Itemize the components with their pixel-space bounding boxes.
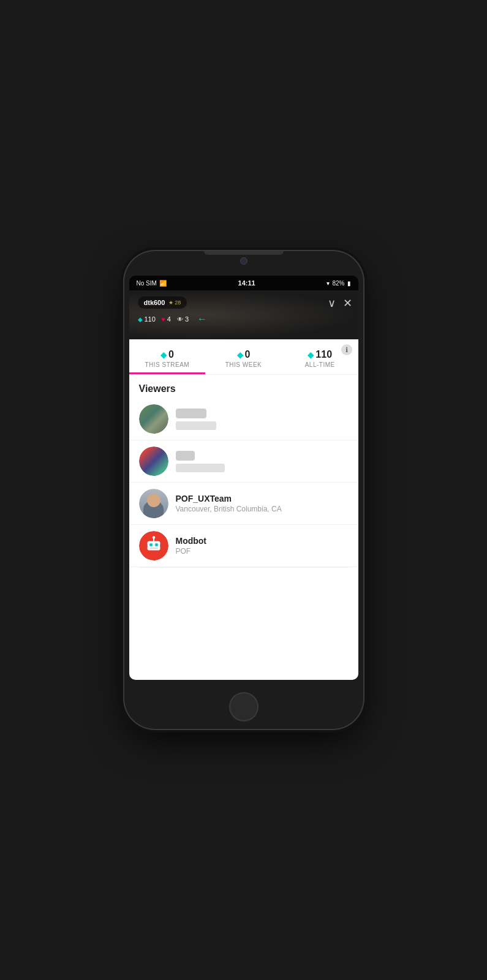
viewer-name: Modbot [176, 536, 349, 546]
viewer-name-blurred [176, 409, 207, 418]
avatar-colorful-img [139, 447, 168, 476]
avatar [139, 531, 168, 560]
heart-icon: ♥ [162, 316, 165, 323]
viewer-name-blurred [176, 451, 195, 461]
phone-frame: No SIM 📶 14:11 ▾ 82% ▮ dtk600 ★ 28 ◆ [124, 251, 363, 729]
close-button[interactable]: ✕ [343, 296, 352, 310]
diamond-count: 110 [145, 315, 156, 323]
modbot-robot-icon [143, 535, 165, 557]
tab-this-week[interactable]: ◆ 0 THIS WEEK [205, 344, 282, 374]
svg-point-7 [152, 536, 155, 539]
list-item[interactable]: POF_UXTeam Vancouver, British Columbia, … [129, 483, 358, 525]
viewer-info: Modbot POF [176, 536, 349, 556]
svg-rect-5 [149, 548, 158, 549]
avatar [139, 404, 168, 434]
viewer-info [176, 408, 349, 431]
eye-icon: 👁 [177, 316, 183, 323]
svg-point-3 [150, 544, 152, 546]
diamond-stat: ◆ 110 [138, 315, 156, 323]
star-count-label: 28 [175, 300, 181, 306]
tab-this-stream[interactable]: ◆ 0 THIS STREAM [129, 344, 206, 374]
phone-screen: No SIM 📶 14:11 ▾ 82% ▮ dtk600 ★ 28 ◆ [129, 276, 358, 680]
stats-tabs: ◆ 0 THIS STREAM ◆ 0 THIS WEEK ◆ 110 [129, 339, 358, 375]
battery-icon: ▮ [347, 280, 351, 287]
info-button[interactable]: ℹ [341, 344, 352, 355]
avatar [139, 489, 168, 518]
svg-point-4 [156, 544, 157, 546]
view-count: 3 [185, 315, 189, 323]
heart-count: 4 [167, 315, 171, 323]
battery-label: 82% [332, 280, 344, 287]
svg-rect-8 [145, 544, 147, 548]
viewers-section: Viewers [129, 375, 358, 398]
viewer-list: POF_UXTeam Vancouver, British Columbia, … [129, 398, 358, 680]
star-icon: ★ [168, 300, 173, 306]
list-divider [139, 567, 349, 568]
avatar [139, 447, 168, 476]
list-item[interactable] [129, 398, 358, 440]
user-badge[interactable]: dtk600 ★ 28 [138, 296, 187, 309]
this-week-value: ◆ 0 [208, 349, 279, 360]
list-item[interactable]: Modbot POF [129, 525, 358, 567]
main-panel: ◆ 0 THIS STREAM ◆ 0 THIS WEEK ◆ 110 [129, 339, 358, 680]
signal-icon: ▾ [327, 280, 330, 287]
username-label: dtk600 [144, 299, 165, 306]
viewer-name: POF_UXTeam [176, 494, 349, 503]
header-controls: ∨ ✕ [328, 296, 352, 310]
wifi-icon: 📶 [159, 280, 167, 287]
chevron-down-button[interactable]: ∨ [328, 296, 336, 310]
phone-camera [240, 257, 247, 265]
time-label: 14:11 [238, 279, 255, 287]
star-badge: ★ 28 [168, 300, 181, 306]
phone-top-bar [204, 251, 284, 255]
carrier-label: No SIM [137, 280, 157, 287]
view-stat: 👁 3 [177, 315, 189, 323]
viewer-sub-blurred [176, 464, 225, 472]
avatar-outdoor-img [139, 404, 168, 434]
diamond-icon: ◆ [138, 316, 143, 323]
this-week-label: THIS WEEK [208, 361, 279, 368]
svg-rect-9 [160, 544, 162, 548]
status-bar: No SIM 📶 14:11 ▾ 82% ▮ [129, 276, 358, 290]
stream-stats: ◆ 110 ♥ 4 👁 3 ← [138, 314, 350, 325]
tab-diamond-icon-1: ◆ [160, 350, 167, 360]
viewer-location: Vancouver, British Columbia, CA [176, 505, 349, 513]
status-right: ▾ 82% ▮ [327, 280, 350, 287]
viewer-info [176, 450, 349, 473]
this-stream-value: ◆ 0 [132, 349, 203, 360]
list-item[interactable] [129, 440, 358, 483]
viewer-info: POF_UXTeam Vancouver, British Columbia, … [176, 494, 349, 513]
avatar-modbot-bg [139, 531, 168, 560]
status-left: No SIM 📶 [137, 280, 167, 287]
avatar-person-head [147, 494, 160, 507]
viewer-sub-blurred [176, 421, 217, 430]
stream-header: dtk600 ★ 28 ◆ 110 ♥ 4 👁 3 [129, 290, 358, 339]
all-time-label: ALL-TIME [284, 361, 356, 368]
viewer-sub: POF [176, 547, 349, 556]
tab-diamond-icon-2: ◆ [237, 350, 243, 360]
heart-stat: ♥ 4 [162, 315, 171, 323]
tab-diamond-icon-3: ◆ [308, 350, 314, 360]
arrow-left-icon: ← [197, 314, 207, 325]
viewers-title: Viewers [139, 383, 349, 394]
phone-home-button[interactable] [229, 692, 259, 722]
this-stream-label: THIS STREAM [132, 361, 203, 368]
